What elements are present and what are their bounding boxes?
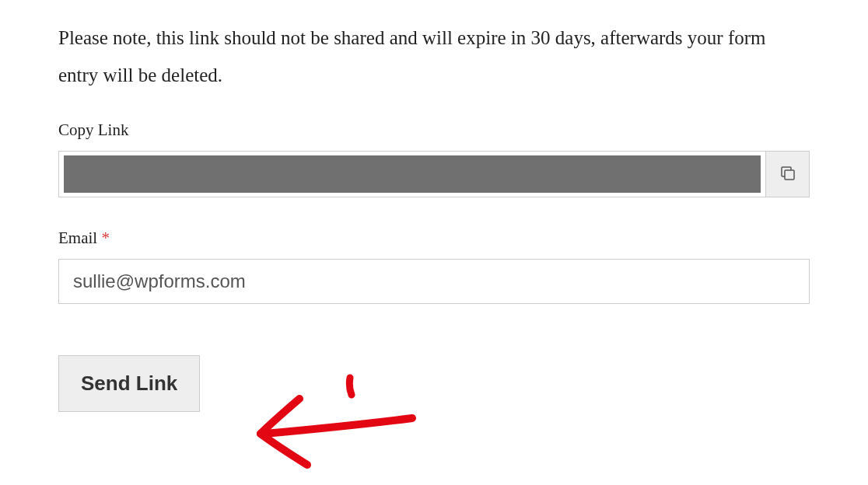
email-label-text: Email: [58, 229, 97, 247]
email-field: Email *: [58, 229, 810, 304]
svg-rect-0: [785, 170, 794, 180]
send-link-button[interactable]: Send Link: [58, 355, 200, 412]
email-label: Email *: [58, 229, 810, 248]
copy-icon: [779, 164, 797, 185]
email-input[interactable]: [58, 259, 810, 304]
annotation-arrow: [241, 372, 436, 483]
copy-link-field: Copy Link: [58, 120, 810, 197]
required-asterisk: *: [101, 229, 110, 247]
copy-button[interactable]: [765, 152, 809, 197]
copy-link-value[interactable]: [64, 155, 761, 193]
copy-link-wrapper: [58, 151, 810, 197]
copy-link-label: Copy Link: [58, 120, 810, 140]
notice-text: Please note, this link should not be sha…: [58, 19, 810, 93]
